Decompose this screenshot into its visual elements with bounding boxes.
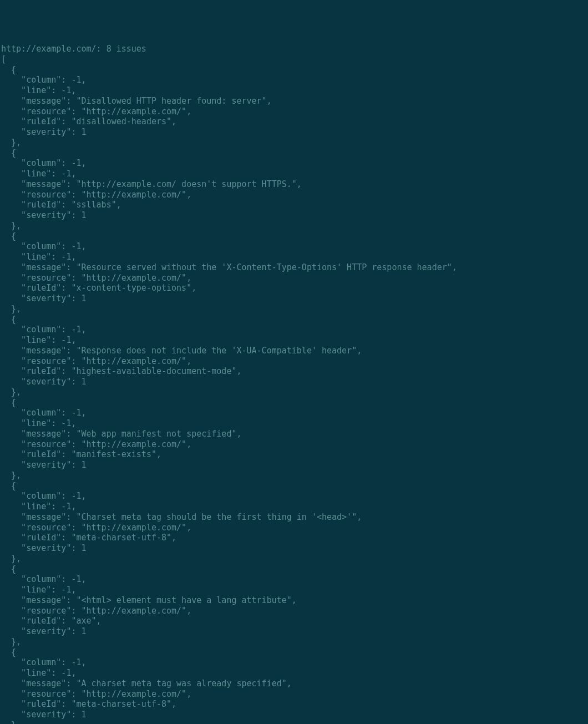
terminal-output: http://example.com/: 8 issues [ { "colum… <box>1 44 587 724</box>
header-line: http://example.com/: 8 issues <box>1 44 146 54</box>
header-label: issues <box>116 44 146 54</box>
header-url: http://example.com/ <box>1 44 97 54</box>
header-count: 8 <box>107 44 111 54</box>
issues-container: { "column": -1, "line": -1, "message": "… <box>1 65 457 725</box>
json-open-bracket: [ <box>1 54 6 64</box>
